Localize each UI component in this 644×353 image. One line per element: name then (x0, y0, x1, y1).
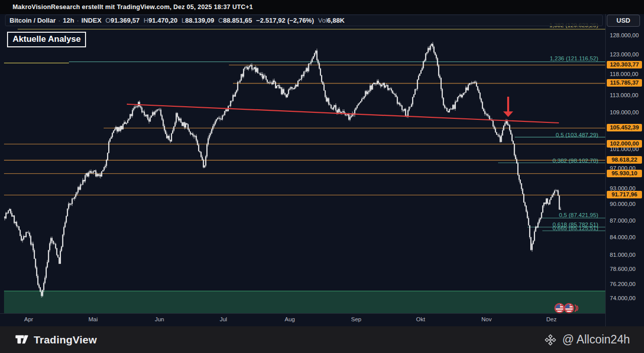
tradingview-logo-icon (15, 333, 29, 346)
time-axis-label: Okt (411, 316, 431, 322)
low-label: L (178, 17, 185, 24)
price-tick: 118.000,00 (610, 71, 638, 77)
fib-level-label: 0,5 (103.487,29) (556, 132, 598, 138)
low-value: 88.139,09 (185, 17, 214, 24)
chart-main: Bitcoin / Dollar · 12h · INDEX O 91.369,… (0, 14, 644, 326)
price-tick: 78.600,00 (610, 266, 635, 272)
price-tick: 109.000,00 (610, 109, 639, 115)
close-value: 88.851,65 (223, 17, 252, 24)
high-label: H (140, 17, 148, 24)
time-axis-label: Dez (541, 316, 561, 322)
price-tick: 128.000,00 (610, 32, 639, 38)
tradingview-brand[interactable]: TradingView (15, 333, 97, 346)
time-axis-label: Apr (19, 316, 39, 322)
credit-text: @ Allcoin24h (562, 333, 630, 346)
price-tick: 90.000,00 (610, 201, 635, 207)
diamond-logo-icon (544, 333, 557, 346)
volume-label: Vol (314, 17, 327, 24)
price-tick: 93.000,00 (610, 185, 635, 191)
chart-canvas[interactable]: Bitcoin / Dollar · 12h · INDEX O 91.369,… (0, 14, 605, 326)
open-value: 91.369,57 (111, 17, 140, 24)
price-tick: 81.000,00 (610, 252, 635, 258)
symbol-name[interactable]: Bitcoin / Dollar (10, 17, 56, 24)
footer-bar: TradingView @ Allcoin24h (0, 326, 644, 353)
close-label: C (214, 17, 223, 24)
price-level-badge: 95.930,10 (607, 170, 642, 177)
time-axis-label: Nov (476, 316, 497, 322)
time-axis-label: Mai (83, 316, 103, 322)
fib-level-label: 0,5 (87.421,95) (559, 212, 598, 218)
symbol-market: INDEX (82, 17, 102, 24)
price-tick: 87.000,00 (610, 218, 635, 224)
legend-separator: · (74, 17, 81, 24)
price-level-badge: 120.303,77 (607, 61, 642, 68)
price-level-badge: 91.717,96 (607, 191, 642, 198)
price-tick: 123.000,00 (610, 51, 639, 57)
time-axis-label: Jul (213, 316, 233, 322)
price-level-badge: 105.452,39 (607, 124, 642, 131)
brand-name[interactable]: TradingView (34, 334, 97, 346)
candlestick-chart[interactable] (0, 14, 605, 326)
time-axis-label: Jun (149, 316, 170, 322)
attribution-bar: MakroVisionResearch erstellt mit Trading… (0, 0, 644, 14)
author-credit: @ Allcoin24h (544, 333, 630, 346)
attribution-text: MakroVisionResearch erstellt mit Trading… (0, 4, 253, 11)
fib-level-label: 0,665 (85.125,51) (552, 225, 598, 231)
change-value: −2.517,92 (−2,76%) (252, 17, 314, 24)
price-tick: 74.000,00 (610, 295, 635, 301)
currency-usd-button[interactable]: USD (607, 15, 640, 27)
time-axis-label: Aug (280, 316, 300, 322)
price-level-badge: 115.785,37 (607, 79, 642, 87)
time-axis[interactable]: AprMaiJunJulAugSepOktNovDez (0, 313, 605, 326)
open-label: O (102, 17, 111, 24)
price-tick: 76.200,00 (610, 281, 635, 287)
flag-marker-icon[interactable] (553, 301, 580, 316)
time-axis-label: Sep (346, 316, 366, 322)
legend-separator: · (56, 17, 63, 24)
price-level-badge: 102.000,00 (607, 140, 642, 148)
symbol-timeframe[interactable]: 12h (63, 17, 74, 24)
tradingview-chart-page: MakroVisionResearch erstellt mit Trading… (0, 0, 644, 353)
price-scale[interactable]: 128.000,00123.000,00118.000,00113.000,00… (605, 14, 644, 326)
flag-markers[interactable] (553, 301, 580, 316)
fib-level-label: 0,382 (98.102,70) (552, 158, 598, 164)
price-tick: 84.000,00 (610, 234, 635, 240)
price-tick: 113.000,00 (610, 92, 638, 98)
fib-level-label: 1,236 (121.116,52) (550, 55, 598, 61)
high-value: 91.470,20 (148, 17, 178, 24)
analysis-title-box: Aktuelle Analyse (7, 32, 86, 47)
price-level-badge: 98.618,22 (607, 156, 642, 164)
volume-value: 6,88K (327, 17, 345, 24)
symbol-legend-bar[interactable]: Bitcoin / Dollar · 12h · INDEX O 91.369,… (5, 15, 603, 26)
